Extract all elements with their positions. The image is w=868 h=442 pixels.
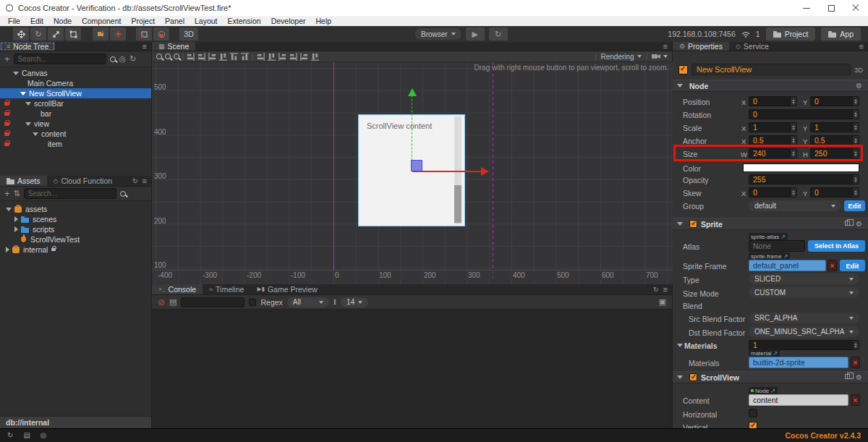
position-x-input[interactable]: 0 [749,96,797,106]
menu-edit[interactable]: Edit [25,16,48,26]
expand-icon[interactable] [13,72,19,75]
rendering-dropdown[interactable]: Rendering [601,53,642,61]
distribute-left-icon[interactable] [278,53,286,61]
move-tool-button[interactable] [13,27,29,41]
spinner[interactable] [790,188,796,197]
refresh-icon[interactable]: ↻ [132,178,138,184]
tab-scene[interactable]: ▦ Scene [152,42,195,51]
select-in-atlas-button[interactable]: Select In Atlas [808,240,865,252]
refresh-icon[interactable]: ↻ [653,286,659,293]
dst-blend-dropdown[interactable]: ONE_MINUS_SRC_ALPHA [749,326,859,337]
color-swatch[interactable] [743,163,859,172]
menu-project[interactable]: Project [126,16,160,26]
tab-game-preview[interactable]: ▶▮ Game Preview [250,284,323,294]
tree-row-main-camera[interactable]: Main Camera [0,78,151,88]
size-h-input[interactable]: 250 [810,148,859,158]
position-y-input[interactable]: 0 [810,96,859,106]
panel-menu-icon[interactable]: ≡ [142,43,147,51]
open-project-button[interactable]: Project [766,27,816,41]
refresh-preview-button[interactable]: ↻ [489,27,508,41]
add-asset-button[interactable]: + [4,189,10,198]
distribute-v-icon[interactable] [268,53,276,61]
asset-row-scenes[interactable]: scenes [0,214,151,224]
sprite-frame-edit-button[interactable]: Edit [840,260,865,271]
scroll-lock-icon[interactable]: ▣ [659,298,666,306]
materials-count-input[interactable]: 1 [749,340,859,350]
tree-row-scrollbar[interactable]: scrollBar [0,98,151,109]
align-center-h-icon[interactable] [197,53,205,61]
scale-y-input[interactable]: 1 [810,122,859,132]
gear-icon[interactable]: ⚙ [856,221,862,228]
align-right-icon[interactable] [208,53,216,61]
maximize-button[interactable] [819,0,843,16]
external-link-icon[interactable]: ↗ [780,234,786,240]
external-link-icon[interactable]: ↗ [783,253,788,260]
expand-icon[interactable] [25,122,31,126]
refresh-icon[interactable]: ↻ [129,55,136,63]
tree-row-new-scrollview[interactable]: New ScrollView [0,88,151,98]
scale-x-input[interactable]: 1 [749,122,797,132]
type-dropdown[interactable]: SLICED [749,273,859,284]
expand-icon[interactable] [14,216,18,222]
node-search-input[interactable] [14,54,106,64]
coordinate-toggle-button[interactable] [110,27,126,41]
spinner[interactable] [790,136,796,145]
tree-row-canvas[interactable]: Canvas [0,68,151,78]
expand-icon[interactable] [14,226,18,232]
rotation-input[interactable]: 0 [749,109,859,119]
asset-row-scrollviewtest[interactable]: ScrollViewTest [0,234,151,245]
close-button[interactable] [843,0,868,16]
align-left-icon[interactable] [187,53,195,61]
asset-row-scripts[interactable]: scripts [0,224,151,234]
gear-icon[interactable]: ⚙ [856,374,862,381]
anchor-y-input[interactable]: 0.5 [810,135,859,145]
tab-properties[interactable]: ⚙ Properties [673,42,729,51]
gizmo-center-handle[interactable] [411,160,422,171]
content-field[interactable]: content [749,394,848,406]
menu-layout[interactable]: Layout [190,16,223,26]
tab-node-tree[interactable]: ≡ Node Tree [0,42,55,51]
scene-viewport[interactable]: Drag with right mouse button to pan view… [152,62,673,284]
rect-tool-button[interactable] [65,27,81,41]
spinner[interactable] [790,97,796,106]
font-size-dropdown[interactable]: 14 [341,297,368,307]
copy-icon[interactable] [845,221,850,226]
log-level-dropdown[interactable]: All [287,297,329,307]
spinner[interactable] [790,123,796,132]
spinner[interactable] [852,175,859,184]
scale-tool-button[interactable] [48,27,64,41]
scrollview-enabled-checkbox[interactable] [689,373,697,381]
log-file-icon[interactable]: ▤ [169,298,176,306]
node-active-checkbox[interactable] [678,65,688,75]
clear-material-button[interactable]: × [851,357,860,368]
menu-panel[interactable]: Panel [160,16,190,26]
gizmo-rect-button[interactable] [136,27,152,41]
tree-row-item[interactable]: item [0,139,151,149]
sort-icon[interactable]: ⇅ [14,190,20,197]
distribute-h-icon[interactable] [257,53,265,61]
clear-console-icon[interactable]: ⊘ [158,298,165,307]
tree-row-view[interactable]: view [0,119,151,129]
tab-console[interactable]: >_ Console [152,284,203,294]
minimize-button[interactable] [794,0,819,16]
spinner[interactable] [852,110,859,119]
size-w-input[interactable]: 240 [749,148,797,158]
zoom-out-icon[interactable] [174,54,179,59]
menu-extension[interactable]: Extension [223,16,266,26]
spinner[interactable] [852,188,859,197]
clear-sprite-frame-button[interactable]: × [827,260,837,271]
console-filter-input[interactable] [181,297,244,307]
spinner[interactable] [790,149,796,158]
external-link-icon[interactable]: ↗ [770,388,775,394]
collapse-icon[interactable] [677,84,683,88]
distribute-right-icon[interactable] [300,53,308,61]
locate-icon[interactable]: ◎ [119,55,127,63]
group-edit-button[interactable]: Edit [844,200,865,211]
collapse-icon[interactable] [677,344,683,347]
collapse-icon[interactable] [677,222,683,226]
menu-developer[interactable]: Developer [266,16,311,26]
regex-checkbox[interactable] [249,299,256,306]
horizontal-checkbox[interactable] [749,409,757,417]
console-output[interactable] [152,310,672,428]
material-field[interactable]: builtin-2d-sprite [749,357,848,368]
